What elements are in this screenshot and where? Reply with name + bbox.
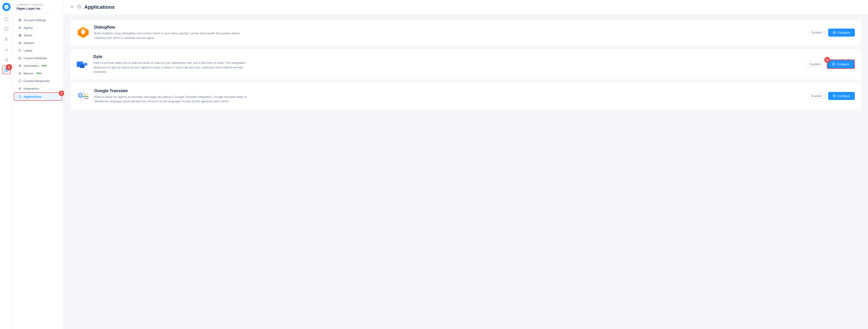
- google-translate-actions: Disabled Configure: [809, 92, 855, 100]
- sidebar-item-canned-responses[interactable]: Canned Responses: [14, 77, 62, 85]
- sidebar-nav: Account Settings Agents Teams Inboxes La: [13, 14, 63, 329]
- labels-icon: [18, 49, 22, 52]
- google-translate-info: Google Translate Make it easier for agen…: [94, 88, 804, 104]
- sidebar: Currently viewing: Paper Layer Inc Accou…: [13, 0, 64, 329]
- dyte-configure-label: Configure: [837, 62, 849, 66]
- sidebar-label-labels: Labels: [24, 49, 32, 52]
- annotation-badge-2: 2: [59, 91, 64, 96]
- dyte-actions: Disabled Configure 3: [807, 59, 855, 69]
- app-card-dialogflow: Dialogflow Build chatbots using Dialogfl…: [70, 19, 862, 46]
- icon-rail: 1: [0, 0, 13, 329]
- sidebar-item-agents[interactable]: Agents: [14, 24, 62, 31]
- svg-point-18: [19, 80, 21, 82]
- page-header: Applications: [64, 0, 868, 14]
- svg-point-0: [5, 18, 8, 21]
- svg-marker-16: [19, 64, 21, 67]
- hamburger-icon[interactable]: [70, 5, 74, 10]
- svg-rect-9: [20, 34, 21, 35]
- sidebar-item-account-settings[interactable]: Account Settings: [14, 17, 62, 24]
- rail-icon-settings[interactable]: 1: [2, 65, 11, 74]
- sidebar-label-canned-responses: Canned Responses: [24, 79, 50, 83]
- favorite-icon[interactable]: [77, 4, 82, 10]
- logo: [2, 3, 10, 11]
- sidebar-item-automation[interactable]: Automation Beta: [14, 62, 62, 69]
- dialogflow-info: Dialogflow Build chatbots using Dialogfl…: [94, 25, 804, 40]
- svg-marker-17: [19, 72, 21, 74]
- sidebar-label-automation: Automation: [24, 64, 39, 67]
- app-card-dyte: Dyte Dyte is tool that helps you to add …: [70, 49, 862, 80]
- page-title: Applications: [84, 4, 115, 10]
- dialogflow-title: Dialogflow: [94, 25, 804, 30]
- dialogflow-logo: [77, 26, 90, 39]
- automation-icon: [18, 64, 22, 67]
- sidebar-label-applications: Applications: [24, 95, 41, 98]
- dyte-description: Dyte is tool that helps you to add live …: [93, 61, 250, 74]
- applications-icon: [18, 95, 22, 98]
- company-name: Paper Layer Inc: [17, 7, 60, 10]
- agents-icon: [18, 26, 22, 29]
- google-translate-logo: G: [77, 90, 90, 102]
- app-card-google-translate: G Google Translate Make it easier for ag…: [70, 83, 862, 110]
- svg-point-32: [833, 64, 834, 64]
- dyte-logo: [77, 58, 89, 70]
- automation-badge: Beta: [41, 64, 48, 67]
- apps-list: Dialogflow Build chatbots using Dialogfl…: [64, 14, 868, 329]
- google-translate-title: Google Translate: [94, 88, 804, 93]
- sidebar-item-applications[interactable]: Applications 2: [14, 92, 62, 101]
- svg-rect-10: [19, 35, 20, 36]
- dyte-configure-button[interactable]: Configure 3: [827, 59, 855, 69]
- dialogflow-configure-button[interactable]: Configure: [828, 29, 855, 37]
- svg-marker-20: [19, 95, 21, 98]
- annotation-badge-3: 3: [824, 57, 830, 63]
- svg-rect-8: [19, 34, 20, 35]
- dyte-status: Disabled: [807, 62, 823, 67]
- sidebar-label-integrations: Integrations: [24, 87, 39, 90]
- canned-responses-icon: [18, 79, 22, 83]
- account-settings-icon: [18, 18, 22, 22]
- inboxes-icon: [18, 41, 22, 45]
- svg-point-6: [19, 20, 20, 20]
- rail-icon-contacts[interactable]: [2, 35, 11, 44]
- svg-text:G: G: [78, 92, 83, 99]
- sidebar-item-teams[interactable]: Teams: [14, 32, 62, 39]
- dialogflow-description: Build chatbots using Dialogflow and conn…: [94, 31, 251, 40]
- sidebar-item-macros[interactable]: Macros Beta: [14, 69, 62, 77]
- rail-icon-reports[interactable]: [2, 45, 11, 54]
- teams-icon: [18, 33, 22, 37]
- annotation-badge-1: 1: [6, 64, 12, 70]
- google-translate-description: Make it easier for agents to translate m…: [94, 95, 251, 104]
- google-translate-status: Disabled: [809, 93, 825, 99]
- macros-badge: Beta: [36, 72, 42, 74]
- sidebar-header: Currently viewing: Paper Layer Inc: [13, 0, 63, 14]
- google-translate-configure-button[interactable]: Configure: [828, 92, 855, 100]
- sidebar-label-macros: Macros: [24, 72, 33, 75]
- svg-point-38: [834, 96, 835, 96]
- dialogflow-actions: Disabled Configure: [809, 29, 855, 37]
- svg-marker-19: [19, 87, 21, 90]
- viewing-label: Currently viewing:: [17, 4, 60, 6]
- integrations-icon: [18, 87, 22, 90]
- dyte-title: Dyte: [93, 54, 803, 59]
- rail-icon-conversations[interactable]: [2, 25, 11, 34]
- sidebar-label-agents: Agents: [24, 26, 33, 29]
- rail-icon-home[interactable]: [2, 15, 11, 24]
- sidebar-label-account-settings: Account Settings: [24, 19, 46, 22]
- dialogflow-status: Disabled: [809, 30, 825, 35]
- rail-icon-notifications[interactable]: [2, 55, 11, 64]
- svg-point-1: [6, 38, 7, 39]
- google-translate-configure-label: Configure: [837, 94, 850, 98]
- sidebar-item-integrations[interactable]: Integrations: [14, 85, 62, 92]
- svg-marker-24: [78, 5, 81, 8]
- custom-attributes-icon: [18, 56, 22, 60]
- sidebar-item-inboxes[interactable]: Inboxes: [14, 39, 62, 47]
- svg-point-27: [81, 29, 86, 35]
- svg-rect-31: [84, 63, 87, 66]
- sidebar-item-labels[interactable]: Labels: [14, 47, 62, 54]
- sidebar-label-teams: Teams: [24, 34, 32, 37]
- svg-point-7: [19, 27, 20, 27]
- dialogflow-configure-label: Configure: [837, 31, 850, 34]
- sidebar-item-custom-attributes[interactable]: Custom Attributes: [14, 54, 62, 62]
- svg-point-28: [834, 32, 835, 33]
- sidebar-label-custom-attributes: Custom Attributes: [24, 56, 47, 60]
- dyte-info: Dyte Dyte is tool that helps you to add …: [93, 54, 803, 74]
